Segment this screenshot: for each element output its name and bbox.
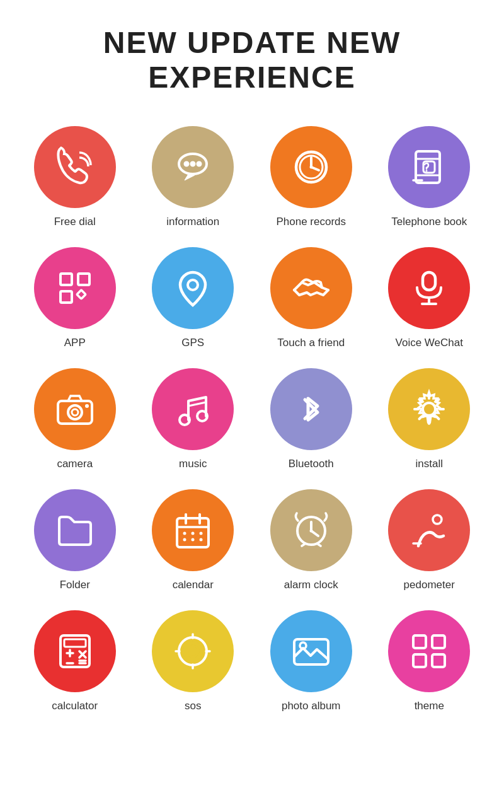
icon-circle-camera [34, 368, 116, 450]
icon-label-install: install [416, 458, 443, 470]
icon-label-gps: GPS [181, 337, 204, 349]
svg-rect-14 [78, 274, 89, 285]
icon-circle-music [152, 368, 234, 450]
icon-item-phone-records[interactable]: Phone records [255, 126, 367, 228]
svg-rect-15 [60, 291, 72, 303]
svg-rect-18 [423, 272, 435, 290]
icon-label-touch-a-friend: Touch a friend [277, 337, 345, 349]
svg-point-37 [192, 538, 195, 542]
icon-item-folder[interactable]: Folder [19, 489, 131, 591]
svg-rect-65 [432, 635, 445, 648]
icon-label-camera: camera [57, 458, 93, 470]
icon-circle-photo-album [270, 610, 352, 692]
icon-circle-gps [152, 247, 234, 329]
icon-circle-theme [388, 610, 470, 692]
icon-label-sos: sos [185, 700, 201, 712]
icon-item-music[interactable]: music [137, 368, 249, 470]
svg-point-3 [198, 163, 201, 166]
icon-item-theme[interactable]: theme [374, 610, 486, 712]
icon-label-theme: theme [415, 700, 444, 712]
icon-circle-app [34, 247, 116, 329]
icon-circle-alarm-clock [270, 489, 352, 571]
icons-grid: Free dial information Phone records Te [19, 126, 485, 712]
svg-rect-13 [60, 274, 72, 285]
icon-circle-telephone-book [388, 126, 470, 208]
icon-circle-calculator [34, 610, 116, 692]
icon-item-install[interactable]: install [374, 368, 486, 470]
page-title: NEW UPDATE NEW EXPERIENCE [19, 25, 485, 95]
icon-item-alarm-clock[interactable]: alarm clock [255, 489, 367, 591]
svg-point-43 [433, 515, 442, 524]
svg-rect-46 [64, 639, 86, 647]
icon-item-gps[interactable]: GPS [137, 247, 249, 349]
icon-circle-calendar [152, 489, 234, 571]
svg-rect-64 [413, 635, 426, 648]
svg-point-38 [200, 538, 203, 542]
svg-point-28 [423, 403, 435, 415]
svg-point-23 [72, 409, 78, 415]
icon-label-music: music [179, 458, 207, 470]
svg-point-33 [183, 532, 186, 535]
svg-point-1 [185, 163, 188, 166]
icon-label-pedometer: pedometer [404, 579, 455, 591]
icon-item-pedometer[interactable]: pedometer [374, 489, 486, 591]
icon-circle-information [152, 126, 234, 208]
svg-point-34 [192, 532, 195, 535]
icon-label-alarm-clock: alarm clock [284, 579, 338, 591]
icon-circle-bluetooth [270, 368, 352, 450]
icon-item-bluetooth[interactable]: Bluetooth [255, 368, 367, 470]
svg-point-12 [426, 170, 428, 172]
icon-item-calendar[interactable]: calendar [137, 489, 249, 591]
svg-rect-66 [413, 654, 426, 667]
icon-item-free-dial[interactable]: Free dial [19, 126, 131, 228]
svg-point-56 [188, 647, 197, 656]
icon-item-telephone-book[interactable]: Telephone book [374, 126, 486, 228]
icon-circle-pedometer [388, 489, 470, 571]
icon-circle-sos [152, 610, 234, 692]
icon-circle-voice-wechat [388, 247, 470, 329]
svg-point-35 [200, 532, 203, 535]
svg-line-27 [188, 402, 206, 406]
icon-item-sos[interactable]: sos [137, 610, 249, 712]
icon-item-voice-wechat[interactable]: Voice WeChat [374, 247, 486, 349]
svg-point-63 [300, 642, 306, 649]
icon-label-phone-records: Phone records [276, 216, 346, 228]
icon-item-calculator[interactable]: calculator [19, 610, 131, 712]
icon-label-calendar: calendar [173, 579, 214, 591]
icon-label-voice-wechat: Voice WeChat [396, 337, 463, 349]
icon-label-information: information [166, 216, 219, 228]
svg-rect-16 [77, 290, 86, 299]
icon-label-bluetooth: Bluetooth [289, 458, 334, 470]
icon-item-information[interactable]: information [137, 126, 249, 228]
svg-point-24 [85, 404, 89, 408]
icon-label-calculator: calculator [52, 700, 98, 712]
svg-point-2 [192, 163, 195, 166]
icon-label-app: APP [64, 337, 86, 349]
icon-label-photo-album: photo album [282, 700, 341, 712]
icon-circle-folder [34, 489, 116, 571]
icon-item-camera[interactable]: camera [19, 368, 131, 470]
icon-label-telephone-book: Telephone book [391, 216, 467, 228]
icon-circle-touch-a-friend [270, 247, 352, 329]
icon-circle-free-dial [34, 126, 116, 208]
svg-point-17 [188, 280, 198, 290]
icon-item-app[interactable]: APP [19, 247, 131, 349]
icon-item-touch-a-friend[interactable]: Touch a friend [255, 247, 367, 349]
icon-label-folder: Folder [60, 579, 90, 591]
svg-point-8 [309, 166, 312, 169]
icon-label-free-dial: Free dial [54, 216, 96, 228]
svg-point-22 [68, 405, 82, 419]
icon-item-photo-album[interactable]: photo album [255, 610, 367, 712]
icon-circle-phone-records [270, 126, 352, 208]
svg-rect-67 [432, 654, 445, 667]
svg-point-42 [309, 530, 312, 533]
svg-point-36 [183, 538, 186, 542]
icon-circle-install [388, 368, 470, 450]
